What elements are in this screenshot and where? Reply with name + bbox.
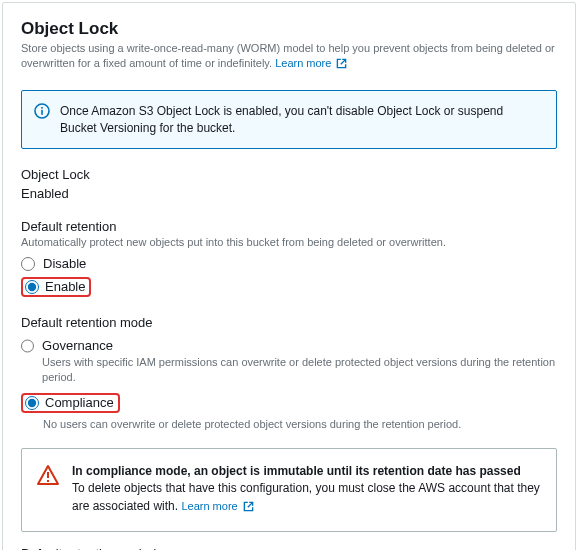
retention-period-label: Default retention period: [21, 546, 557, 550]
external-link-icon: [243, 501, 254, 517]
default-retention-label: Default retention: [21, 219, 557, 234]
info-icon: [34, 103, 50, 124]
compliance-warning: In compliance mode, an object is immutab…: [21, 448, 557, 532]
warning-body: To delete objects that have this configu…: [72, 480, 542, 516]
learn-more-link[interactable]: Learn more: [275, 57, 347, 69]
default-retention-desc: Automatically protect new objects put in…: [21, 236, 557, 248]
mode-compliance-label: Compliance: [45, 395, 114, 410]
object-lock-panel: Object Lock Store objects using a write-…: [2, 2, 576, 550]
mode-governance-option[interactable]: Governance Users with specific IAM permi…: [21, 338, 557, 385]
object-lock-status-value: Enabled: [21, 186, 557, 201]
external-link-icon: [336, 58, 347, 73]
svg-rect-3: [47, 472, 49, 478]
svg-rect-2: [41, 107, 43, 109]
mode-compliance-radio[interactable]: [25, 396, 39, 410]
retention-disable-option[interactable]: Disable: [21, 256, 557, 271]
retention-mode-label: Default retention mode: [21, 315, 557, 330]
warning-title: In compliance mode, an object is immutab…: [72, 463, 542, 480]
retention-enable-highlight: Enable: [21, 277, 91, 297]
panel-description: Store objects using a write-once-read-ma…: [21, 41, 557, 74]
mode-compliance-highlight: Compliance: [21, 393, 120, 413]
panel-title: Object Lock: [21, 19, 557, 39]
object-lock-status-label: Object Lock: [21, 167, 557, 182]
info-notice: Once Amazon S3 Object Lock is enabled, y…: [21, 90, 557, 150]
svg-rect-4: [47, 480, 49, 482]
warning-learn-more-link[interactable]: Learn more: [181, 500, 253, 512]
svg-rect-1: [41, 110, 43, 115]
retention-enable-radio[interactable]: [25, 280, 39, 294]
mode-governance-radio[interactable]: [21, 339, 34, 353]
retention-disable-radio[interactable]: [21, 257, 35, 271]
mode-compliance-desc: No users can overwrite or delete protect…: [43, 417, 461, 432]
warning-icon: [36, 463, 60, 492]
retention-enable-label: Enable: [45, 279, 85, 294]
